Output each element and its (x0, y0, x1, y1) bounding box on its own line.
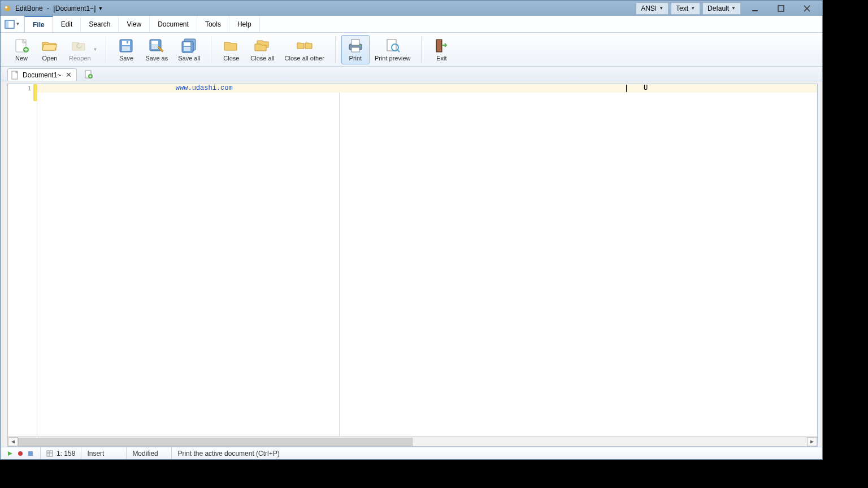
svg-rect-15 (151, 45, 158, 49)
printpreview-button[interactable]: Print preview (370, 35, 416, 64)
closeallother-button[interactable]: Close all other (280, 35, 329, 64)
svg-rect-11 (122, 46, 130, 51)
scroll-right-button[interactable]: ► (807, 437, 817, 446)
panel-toggle-button[interactable]: ▼ (1, 16, 24, 32)
exit-button[interactable]: Exit (427, 35, 455, 64)
scroll-thumb[interactable] (18, 438, 413, 446)
menu-tab-help[interactable]: Help (229, 16, 260, 32)
app-icon (3, 4, 12, 13)
menu-tab-tools[interactable]: Tools (197, 16, 229, 32)
scroll-left-button[interactable]: ◄ (8, 437, 18, 446)
minimize-button[interactable] (743, 2, 767, 15)
menu-tab-edit[interactable]: Edit (53, 16, 81, 32)
document-tab-label: Document1~ (23, 71, 61, 79)
app-title: EditBone (15, 5, 43, 12)
new-button[interactable]: New (7, 35, 36, 64)
hint-segment: Print the active document (Ctrl+P) (172, 447, 822, 459)
status-hint: Print the active document (Ctrl+P) (177, 450, 279, 457)
maximize-button[interactable] (769, 2, 793, 15)
svg-rect-5 (5, 20, 8, 28)
cursor-position: 1: 158 (57, 450, 75, 457)
code-area[interactable]: www.udashi.com U (37, 84, 817, 436)
close-window-button[interactable] (795, 2, 819, 15)
filetype-dropdown[interactable]: Text▼ (671, 2, 700, 15)
svg-rect-18 (184, 42, 190, 46)
saveas-button[interactable]: Save as (140, 35, 173, 64)
new-tab-button[interactable] (83, 68, 95, 81)
save-button[interactable]: Save (112, 35, 140, 64)
open-button[interactable]: Open (36, 35, 64, 64)
editor-content[interactable]: 1 www.udashi.com (8, 84, 817, 436)
folder-close-icon (222, 38, 240, 54)
menu-tab-file[interactable]: File (24, 16, 53, 32)
svg-rect-14 (151, 41, 158, 45)
insert-mode: Insert (87, 450, 104, 457)
modified-marker (33, 84, 37, 93)
menu-tab-document[interactable]: Document (150, 16, 197, 32)
exit-icon (432, 38, 450, 54)
encoding-dropdown[interactable]: ANSI▼ (636, 2, 669, 15)
macro-controls (1, 447, 41, 459)
panel-icon (5, 20, 15, 29)
app-window: EditBone - [Document1~] ▼ ANSI▼ Text▼ De… (0, 0, 823, 460)
document-tab[interactable]: Document1~ ✕ (7, 68, 77, 81)
menu-tab-search[interactable]: Search (81, 16, 119, 32)
doc-title: [Document1~] (53, 5, 96, 12)
svg-rect-32 (28, 451, 33, 456)
svg-rect-3 (778, 6, 784, 11)
document-icon (11, 71, 19, 80)
menu-tab-view[interactable]: View (119, 16, 150, 32)
url-text: www.udashi.com (176, 84, 233, 92)
document-tabbar: Document1~ ✕ (1, 67, 822, 81)
printer-icon (346, 38, 364, 54)
macro-record-icon[interactable] (16, 450, 24, 457)
svg-rect-2 (752, 10, 758, 11)
statusbar: 1: 158 Insert Modified Print the active … (1, 447, 822, 459)
macro-play-icon[interactable] (6, 450, 14, 457)
modified-status: Modified (132, 450, 158, 457)
close-button[interactable]: Close (217, 35, 245, 64)
svg-point-0 (5, 6, 10, 11)
chevron-down-icon: ▼ (16, 21, 20, 27)
new-file-icon (12, 38, 31, 54)
save-as-icon (147, 38, 166, 54)
chevron-down-icon: ▼ (659, 6, 663, 11)
svg-rect-27 (437, 40, 441, 51)
saveall-button[interactable]: Save all (173, 35, 205, 64)
title-dropdown-icon[interactable]: ▼ (98, 6, 103, 11)
menubar: ▼ File Edit Search View Document Tools H… (1, 16, 822, 33)
line-number: 1 (8, 84, 33, 93)
folder-open-icon (41, 38, 59, 54)
closeall-button[interactable]: Close all (245, 35, 279, 64)
macro-stop-icon[interactable] (27, 450, 34, 457)
position-icon (46, 450, 54, 457)
gutter: 1 (8, 84, 37, 436)
ribbon-toolbar: New Open Reopen ▼ (1, 33, 822, 67)
close-all-other-icon (296, 38, 314, 54)
svg-rect-19 (184, 47, 190, 51)
svg-rect-12 (127, 41, 128, 43)
position-segment: 1: 158 (41, 447, 81, 459)
horizontal-scrollbar[interactable]: ◄ ► (8, 436, 817, 446)
save-all-icon (180, 38, 198, 54)
chevron-down-icon: ▼ (92, 47, 99, 52)
title-sep: - (45, 5, 51, 12)
save-icon (117, 38, 135, 54)
print-preview-icon (384, 38, 402, 54)
print-button[interactable]: Print (341, 35, 370, 64)
code-line[interactable]: www.udashi.com U (37, 84, 817, 93)
svg-point-1 (5, 6, 7, 8)
highlighter-dropdown[interactable]: Default▼ (702, 2, 741, 15)
svg-point-31 (18, 451, 23, 456)
scroll-track[interactable] (18, 437, 807, 446)
editor-area: 1 www.udashi.com (1, 81, 822, 447)
titlebar: EditBone - [Document1~] ▼ ANSI▼ Text▼ De… (1, 1, 822, 16)
svg-rect-21 (351, 40, 359, 45)
svg-point-23 (359, 45, 361, 46)
print-margin-line (339, 84, 340, 436)
svg-rect-22 (351, 47, 359, 52)
insert-mode-segment[interactable]: Insert (81, 447, 127, 459)
text-cursor (626, 85, 627, 92)
svg-rect-33 (47, 451, 53, 456)
close-tab-button[interactable]: ✕ (64, 71, 73, 79)
